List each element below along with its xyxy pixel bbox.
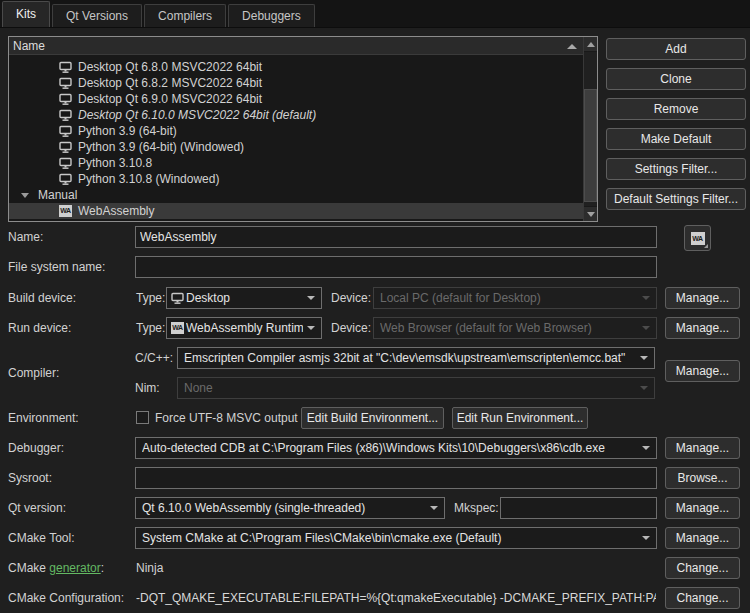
edit-build-environment-button[interactable]: Edit Build Environment... (301, 407, 444, 429)
run-device-label: Run device: (8, 317, 71, 339)
webassembly-icon: WA (59, 205, 72, 217)
tab-qt-versions[interactable]: Qt Versions (52, 4, 142, 27)
run-device-device-label: Device: (331, 317, 371, 339)
sort-ascending-icon (567, 44, 577, 49)
cmake-generator-label-prefix: CMake (8, 561, 49, 575)
tree-header-name[interactable]: Name (9, 37, 583, 55)
cmake-generator-label-suffix: : (101, 561, 104, 575)
kit-item[interactable]: Python 3.9 (64-bit) (9, 123, 583, 139)
kit-item[interactable]: Python 3.10.8 (Windowed) (9, 171, 583, 187)
name-label: Name: (8, 226, 43, 248)
desktop-icon (59, 157, 72, 170)
chevron-down-icon (430, 506, 438, 510)
cmake-tool-combo[interactable]: System CMake at C:\Program Files\CMake\b… (135, 527, 657, 549)
build-device-type-value: Desktop (186, 291, 303, 305)
chevron-down-icon (642, 446, 650, 450)
cmake-generator-change-button[interactable]: Change... (665, 557, 740, 579)
force-utf8-checkbox[interactable] (136, 411, 149, 424)
kit-item[interactable]: Desktop Qt 6.9.0 MSVC2022 64bit (9, 91, 583, 107)
chevron-down-icon (642, 536, 650, 540)
build-device-manage-button[interactable]: Manage... (665, 287, 740, 309)
debugger-value: Auto-detected CDB at C:\Program Files (x… (142, 441, 638, 455)
kit-item-label: Desktop Qt 6.8.2 MSVC2022 64bit (78, 76, 262, 90)
cmake-configuration-label: CMake Configuration: (8, 587, 124, 609)
compiler-manage-button[interactable]: Manage... (665, 360, 740, 382)
desktop-icon (59, 109, 72, 122)
kit-icon-button[interactable]: WA (684, 225, 711, 251)
kit-group-label: Manual (38, 188, 77, 202)
kit-item[interactable]: Python 3.10.8 (9, 155, 583, 171)
qt-version-label: Qt version: (8, 497, 66, 519)
cmake-tool-manage-button[interactable]: Manage... (665, 527, 740, 549)
kits-settings-page: Kits Qt Versions Compilers Debuggers Nam… (0, 0, 750, 613)
chevron-down-icon (640, 356, 648, 360)
kit-item-label: Desktop Qt 6.9.0 MSVC2022 64bit (78, 92, 262, 106)
tab-compilers[interactable]: Compilers (144, 4, 226, 27)
scrollbar-down-button[interactable] (584, 206, 597, 221)
kit-item-default[interactable]: Desktop Qt 6.10.0 MSVC2022 64bit (defaul… (9, 107, 583, 123)
compiler-cpp-combo[interactable]: Emscripten Compiler asmjs 32bit at "C:\d… (177, 347, 655, 369)
kit-item-label: Python 3.10.8 (Windowed) (78, 172, 219, 186)
make-default-button[interactable]: Make Default (606, 128, 746, 150)
scrollbar-up-button[interactable] (584, 37, 597, 52)
build-device-type-combo[interactable]: Desktop (166, 287, 322, 309)
file-system-name-input[interactable] (135, 256, 657, 278)
force-utf8-label[interactable]: Force UTF-8 MSVC output (155, 407, 298, 429)
cmake-generator-link[interactable]: generator (49, 561, 100, 575)
kit-item[interactable]: Python 3.9 (64-bit) (Windowed) (9, 139, 583, 155)
cmake-configuration-change-button[interactable]: Change... (665, 587, 740, 609)
cmake-tool-label: CMake Tool: (8, 527, 74, 549)
scrollbar-thumb[interactable] (584, 89, 597, 202)
chevron-down-icon (307, 326, 315, 330)
remove-button[interactable]: Remove (606, 98, 746, 120)
desktop-icon (59, 125, 72, 138)
environment-label: Environment: (8, 407, 79, 429)
file-system-name-label: File system name: (8, 256, 105, 278)
kit-item[interactable]: Desktop Qt 6.8.2 MSVC2022 64bit (9, 75, 583, 91)
desktop-icon (171, 292, 184, 305)
qt-version-manage-button[interactable]: Manage... (665, 497, 740, 519)
kit-item-label: WebAssembly (78, 204, 154, 218)
kit-group-manual[interactable]: Manual (9, 187, 583, 203)
clone-button[interactable]: Clone (606, 68, 746, 90)
name-input[interactable] (135, 226, 657, 248)
debugger-manage-button[interactable]: Manage... (665, 437, 740, 459)
build-device-value: Local PC (default for Desktop) (380, 291, 638, 305)
run-device-manage-button[interactable]: Manage... (665, 317, 740, 339)
tab-debuggers[interactable]: Debuggers (228, 4, 315, 27)
tree-scrollbar[interactable] (583, 37, 597, 221)
cmake-tool-value: System CMake at C:\Program Files\CMake\b… (142, 531, 638, 545)
chevron-down-icon (307, 296, 315, 300)
qt-version-combo[interactable]: Qt 6.10.0 WebAssembly (single-threaded) (135, 497, 445, 519)
build-device-label: Build device: (8, 287, 76, 309)
desktop-icon (59, 141, 72, 154)
build-device-combo: Local PC (default for Desktop) (373, 287, 657, 309)
kit-item-selected[interactable]: WA WebAssembly (9, 203, 583, 219)
desktop-icon (59, 61, 72, 74)
default-settings-filter-button[interactable]: Default Settings Filter... (606, 188, 746, 210)
tab-bar: Kits Qt Versions Compilers Debuggers (0, 0, 750, 28)
sysroot-browse-button[interactable]: Browse... (665, 467, 740, 489)
debugger-combo[interactable]: Auto-detected CDB at C:\Program Files (x… (135, 437, 657, 459)
chevron-down-icon (642, 326, 650, 330)
compiler-nim-combo: None (177, 377, 655, 399)
collapse-arrow-icon[interactable] (21, 193, 29, 198)
tab-kits[interactable]: Kits (2, 1, 50, 27)
add-button[interactable]: Add (606, 38, 746, 60)
kit-item[interactable]: Desktop Qt 6.8.0 MSVC2022 64bit (9, 59, 583, 75)
mkspec-label: Mkspec: (454, 497, 499, 519)
chevron-down-icon (642, 296, 650, 300)
edit-run-environment-button[interactable]: Edit Run Environment... (452, 407, 588, 429)
kit-item-label: Python 3.9 (64-bit) (Windowed) (78, 140, 244, 154)
run-device-type-combo[interactable]: WA WebAssembly Runtime (166, 317, 322, 339)
debugger-label: Debugger: (8, 437, 64, 459)
sysroot-input[interactable] (135, 467, 657, 489)
compiler-nim-label: Nim: (135, 377, 160, 399)
desktop-icon (59, 93, 72, 106)
settings-filter-button[interactable]: Settings Filter... (606, 158, 746, 180)
compiler-cpp-label: C/C++: (135, 347, 173, 369)
mkspec-input[interactable] (500, 497, 657, 519)
kit-item-label: Python 3.9 (64-bit) (78, 124, 177, 138)
menu-corner-icon (704, 244, 708, 248)
webassembly-icon: WA (691, 232, 705, 245)
